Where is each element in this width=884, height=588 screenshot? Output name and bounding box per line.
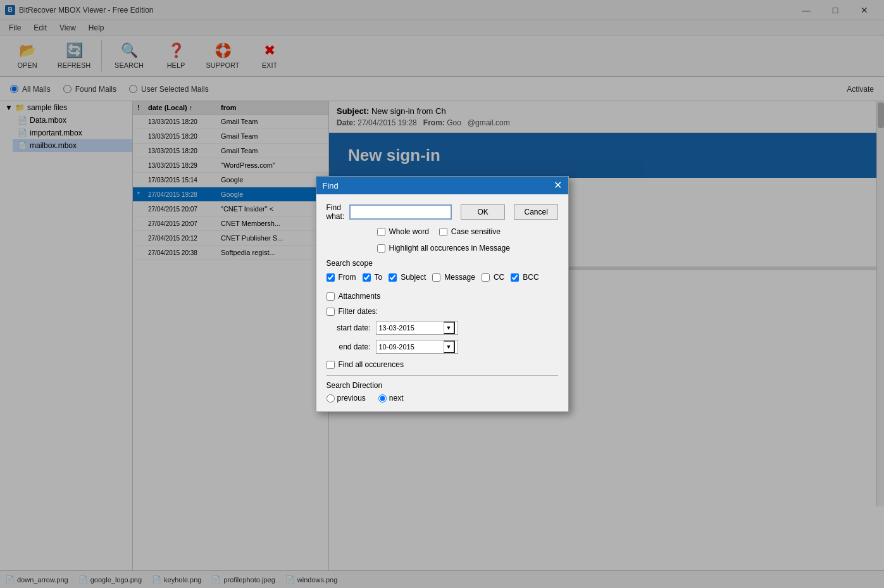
scope-checkboxes: From To Subject Message	[327, 273, 558, 285]
previous-label: previous	[337, 394, 366, 403]
find-what-label: Find what:	[327, 203, 345, 221]
find-input[interactable]	[349, 204, 452, 220]
next-label: next	[389, 394, 404, 403]
find-all-checkbox[interactable]	[327, 361, 335, 369]
from-label: From	[339, 273, 356, 282]
subject-label: Subject	[401, 273, 426, 282]
scope-cc[interactable]: CC	[482, 273, 504, 282]
scope-message[interactable]: Message	[432, 273, 475, 282]
end-date-input[interactable]: 10-09-2015 ▼	[376, 340, 458, 354]
highlight-label: Highlight all occurences in Message	[389, 244, 510, 253]
end-date-label: end date:	[327, 342, 371, 351]
find-close-button[interactable]: ✕	[554, 180, 562, 191]
find-dialog-titlebar: Find ✕	[316, 177, 568, 194]
start-date-row: start date: 13-03-2015 ▼	[327, 321, 558, 335]
scope-from[interactable]: From	[327, 273, 356, 282]
bcc-label: BCC	[523, 273, 538, 282]
cancel-button[interactable]: Cancel	[514, 204, 558, 220]
filter-dates-checkbox[interactable]	[327, 308, 335, 316]
message-checkbox[interactable]	[432, 273, 440, 282]
next-radio[interactable]	[378, 394, 387, 403]
whole-word-checkbox[interactable]	[377, 228, 385, 236]
find-dialog: Find ✕ Find what: OK Cancel Whole word	[316, 176, 569, 412]
case-sensitive-option[interactable]: Case sensitive	[439, 227, 501, 236]
message-label: Message	[444, 273, 475, 282]
start-date-dropdown[interactable]: ▼	[444, 322, 455, 334]
end-date-row: end date: 10-09-2015 ▼	[327, 340, 558, 354]
find-what-row: Find what: OK Cancel	[327, 203, 558, 221]
direction-next[interactable]: next	[378, 394, 404, 403]
find-input-area: OK Cancel	[349, 204, 558, 220]
scope-subject[interactable]: Subject	[389, 273, 426, 282]
whole-word-label: Whole word	[389, 227, 429, 236]
highlight-checkbox[interactable]	[377, 244, 385, 253]
filter-dates-option[interactable]: Filter dates:	[327, 307, 558, 316]
attachments-label: Attachments	[339, 292, 381, 301]
scope-to[interactable]: To	[363, 273, 383, 282]
attachments-checkbox[interactable]	[327, 292, 335, 301]
find-all-label: Find all occurences	[339, 360, 404, 369]
to-label: To	[375, 273, 383, 282]
search-direction: Search Direction previous next	[327, 375, 558, 403]
search-scope-label: Search scope	[327, 259, 558, 268]
end-date-value: 10-09-2015	[379, 343, 414, 351]
find-dialog-body: Find what: OK Cancel Whole word Case sen…	[316, 194, 568, 411]
to-checkbox[interactable]	[363, 273, 371, 282]
start-date-label: start date:	[327, 323, 371, 332]
search-direction-label: Search Direction	[327, 381, 558, 390]
cc-checkbox[interactable]	[482, 273, 490, 282]
cc-label: CC	[494, 273, 504, 282]
search-scope: Search scope From To Subject	[327, 259, 558, 285]
scope-bcc[interactable]: BCC	[511, 273, 538, 282]
filter-dates-label: Filter dates:	[339, 307, 378, 316]
whole-word-option[interactable]: Whole word	[377, 227, 429, 236]
start-date-value: 13-03-2015	[379, 324, 414, 332]
subject-checkbox[interactable]	[389, 273, 397, 282]
find-all-option[interactable]: Find all occurences	[327, 360, 558, 369]
bcc-checkbox[interactable]	[511, 273, 519, 282]
direction-previous[interactable]: previous	[327, 394, 366, 403]
highlight-option[interactable]: Highlight all occurences in Message	[377, 244, 558, 253]
direction-radios: previous next	[327, 394, 558, 403]
end-date-dropdown[interactable]: ▼	[444, 341, 455, 353]
case-sensitive-label: Case sensitive	[451, 227, 501, 236]
ok-button[interactable]: OK	[461, 204, 505, 220]
attachments-option[interactable]: Attachments	[327, 292, 558, 301]
start-date-input[interactable]: 13-03-2015 ▼	[376, 321, 458, 335]
find-dialog-title: Find	[323, 181, 339, 191]
from-checkbox[interactable]	[327, 273, 335, 282]
case-sensitive-checkbox[interactable]	[439, 228, 447, 236]
previous-radio[interactable]	[327, 394, 335, 403]
modal-overlay: Find ✕ Find what: OK Cancel Whole word	[0, 0, 884, 588]
